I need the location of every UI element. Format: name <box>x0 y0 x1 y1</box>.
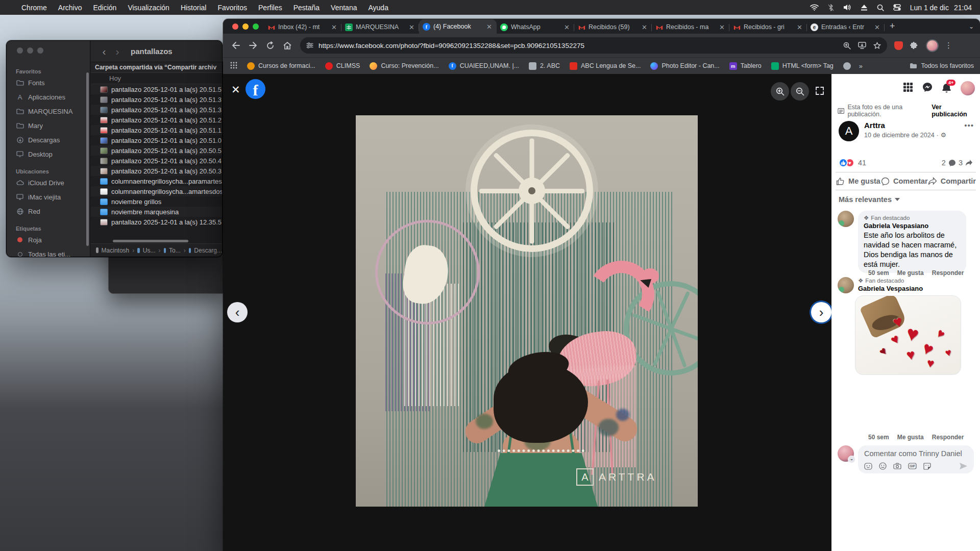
sidebar-item-mary[interactable]: Mary <box>7 118 90 133</box>
tab-entradas[interactable]: eEntradas ‹ Entr✕ <box>807 20 885 34</box>
comment-reply-link[interactable]: Responder <box>932 434 964 441</box>
apps-grid-icon[interactable] <box>903 82 913 94</box>
share-count[interactable]: 3 <box>959 159 963 167</box>
comment-like-link[interactable]: Me gusta <box>897 434 924 441</box>
file-row[interactable]: pantallazo 2025-12-01 a la(s) 20.51.1 <box>91 125 222 135</box>
commenter-avatar[interactable] <box>838 211 854 227</box>
bookmark-cuaieed[interactable]: fCUAIEED,UNAM. |... <box>449 62 519 70</box>
sidebar-item-tag-todas[interactable]: Todas las eti... <box>7 247 90 257</box>
previous-photo-button[interactable]: ‹ <box>227 302 248 322</box>
menu-favoritos[interactable]: Favoritos <box>217 4 247 12</box>
sidebar-item-descargas[interactable]: Descargas <box>7 133 90 147</box>
tab-close-icon[interactable]: ✕ <box>873 23 881 31</box>
bookmark-star-icon[interactable] <box>873 42 881 49</box>
bookmark-html-form[interactable]: HTML <form> Tag <box>771 62 834 70</box>
comment-count[interactable]: 2 <box>942 159 946 167</box>
bookmark-globe[interactable] <box>843 62 851 70</box>
menu-perfiles[interactable]: Perfiles <box>258 4 282 12</box>
tab-close-icon[interactable]: ✕ <box>330 23 338 31</box>
file-group-header[interactable]: Hoy <box>91 73 222 84</box>
file-row[interactable]: columnaentregrillosycha...paramartes <box>91 176 222 186</box>
file-row[interactable]: noviembre marquesina <box>91 207 222 217</box>
address-bar[interactable]: https://www.facebook.com/photo/?fbid=909… <box>300 37 887 54</box>
share-button[interactable]: Compartir <box>928 172 976 190</box>
url-text[interactable]: https://www.facebook.com/photo/?fbid=909… <box>318 42 836 49</box>
back-button[interactable] <box>231 41 240 49</box>
menu-chrome[interactable]: Chrome <box>21 4 47 12</box>
tab-recibidos-ma[interactable]: Recibidos - ma✕ <box>652 20 729 34</box>
comment-button[interactable]: Comentar <box>881 172 928 190</box>
send-comment-icon[interactable] <box>959 462 968 470</box>
gif-icon[interactable]: GIF <box>908 463 917 469</box>
comment-sort-dropdown[interactable]: Más relevantes <box>839 195 900 204</box>
zoom-in-icon[interactable] <box>771 82 789 101</box>
author-name[interactable]: Arttra <box>864 121 946 130</box>
spotlight-icon[interactable] <box>877 4 884 11</box>
comment-time[interactable]: 50 sem <box>868 434 889 441</box>
file-row[interactable]: pantallazo 2025-12-01 a la(s) 20.51.3 <box>91 94 222 105</box>
file-row[interactable]: columnaentregrillosycha...amartesdos <box>91 186 222 196</box>
menu-ventana[interactable]: Ventana <box>331 4 357 12</box>
bookmark-curso-prevencion[interactable]: Curso: Prevención... <box>370 62 438 70</box>
extensions-puzzle-icon[interactable] <box>910 41 919 50</box>
file-row[interactable]: pantallazo 2025-12-01 a la(s) 20.50.5 <box>91 145 222 156</box>
messenger-icon[interactable] <box>922 82 933 94</box>
window-controls[interactable] <box>232 23 259 30</box>
file-row[interactable]: pantallazo 2025-12-01 a la(s) 20.50.3 <box>91 166 222 176</box>
notifications-bell-icon[interactable]: 4+ <box>942 83 951 93</box>
like-reaction-icon[interactable] <box>839 158 848 167</box>
bookmark-tablero[interactable]: mTablero <box>729 62 762 70</box>
sidebar-item-red[interactable]: Red <box>7 204 90 218</box>
menu-pestana[interactable]: Pestaña <box>293 4 320 12</box>
chrome-menu-icon[interactable]: ⋮ <box>945 41 952 50</box>
commenter-name[interactable]: Gabriela Vespasiano <box>864 222 961 230</box>
tab-inbox[interactable]: Inbox (42) - mt✕ <box>264 20 341 34</box>
zoom-out-icon[interactable] <box>791 82 809 101</box>
like-button[interactable]: Me gusta <box>836 172 881 190</box>
tab-recibidos-59[interactable]: Recibidos (59)✕ <box>574 20 652 34</box>
comment-reply-link[interactable]: Responder <box>932 269 964 277</box>
control-center-icon[interactable] <box>893 4 901 11</box>
tab-facebook-active[interactable]: f(4) Facebook✕ <box>419 19 497 34</box>
horizontal-scrollbar[interactable] <box>113 240 188 242</box>
all-favorites-button[interactable]: Todos los favoritos <box>910 62 974 69</box>
file-row[interactable]: pantallazo 2025-12-01 a la(s) 20.51.5 <box>91 84 222 94</box>
emoji-smiley-icon[interactable] <box>879 462 887 470</box>
close-icon[interactable]: ✕ <box>231 84 240 96</box>
tab-close-icon[interactable]: ✕ <box>641 23 648 31</box>
zoom-page-icon[interactable] <box>843 42 851 49</box>
menu-archivo[interactable]: Archivo <box>58 4 82 12</box>
window-controls[interactable] <box>17 47 43 54</box>
author-avatar[interactable]: A <box>839 121 859 141</box>
tab-close-icon[interactable]: ✕ <box>408 23 415 31</box>
forward-button[interactable]: › <box>111 45 124 58</box>
file-row[interactable]: pantallazo 2025-12-01 a la(s) 20.51.0 <box>91 135 222 145</box>
path-segment[interactable]: Us... <box>143 247 156 254</box>
adblock-extension-icon[interactable] <box>894 41 903 50</box>
file-row[interactable]: pantallazo 2025-12-01 a la(s) 20.50.4 <box>91 156 222 166</box>
new-tab-button[interactable]: + <box>890 21 895 32</box>
post-date[interactable]: 10 de diciembre de 2024·⚙ <box>864 131 946 139</box>
install-icon[interactable] <box>858 42 866 49</box>
facebook-logo[interactable]: f <box>246 79 265 99</box>
comment-image-hearts[interactable]: ♥ ♥ ♥ ♥ ♥ ♥ ♥ ♥ ♥ <box>855 295 961 375</box>
tab-list-chevron-icon[interactable]: ⌄ <box>969 23 974 30</box>
view-post-link[interactable]: Ver publicación <box>932 104 974 118</box>
fullscreen-icon[interactable] <box>815 86 824 95</box>
reaction-count[interactable]: 41 <box>858 159 866 167</box>
sidebar-item-tag-roja[interactable]: Roja <box>7 233 90 247</box>
sidebar-item-imac[interactable]: iMac viejita <box>7 190 90 204</box>
sidebar-item-desktop[interactable]: Desktop <box>7 147 90 161</box>
path-segment[interactable]: Macintosh <box>102 247 130 254</box>
file-row[interactable]: pantallazo 2025-12-01 a la(s) 12.35.5 <box>91 217 222 227</box>
tab-close-icon[interactable]: ✕ <box>485 23 493 31</box>
sticker-icon[interactable] <box>923 463 931 470</box>
eject-icon[interactable] <box>861 5 868 11</box>
post-photo[interactable]: A ARTTRA <box>356 115 698 507</box>
bluetooth-off-icon[interactable] <box>828 4 834 11</box>
bookmarks-overflow-icon[interactable]: » <box>859 62 863 70</box>
next-photo-button[interactable]: › <box>811 302 831 322</box>
comment-time[interactable]: 50 sem <box>868 269 889 277</box>
tab-marquesina[interactable]: MARQUESINA✕ <box>341 20 419 34</box>
tab-recibidos-gri[interactable]: Recibidos - gri✕ <box>729 20 807 34</box>
